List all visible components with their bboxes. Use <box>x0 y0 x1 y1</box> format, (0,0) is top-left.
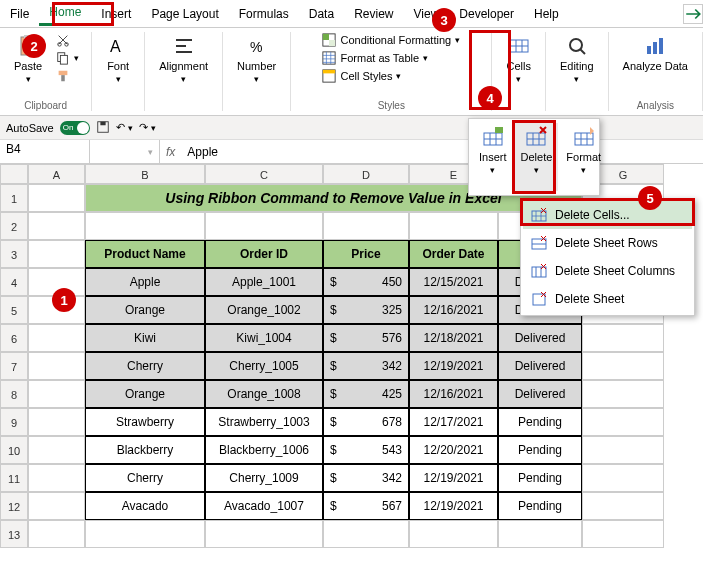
cell-styles-button[interactable]: Cell Styles ▾ <box>318 68 405 84</box>
cell-G13[interactable] <box>582 520 664 548</box>
share-button[interactable] <box>683 4 703 24</box>
tab-help[interactable]: Help <box>524 3 569 25</box>
row-header-8[interactable]: 8 <box>0 380 28 408</box>
cell-price[interactable]: 325 <box>323 296 409 324</box>
table-header[interactable]: Price <box>323 240 409 268</box>
cells-group-button[interactable]: Cells▾ <box>500 32 536 86</box>
cell-A13[interactable] <box>28 520 85 548</box>
row-header-2[interactable]: 2 <box>0 212 28 240</box>
name-box[interactable]: B4 <box>0 140 90 163</box>
cell-a6[interactable] <box>28 324 85 352</box>
cell-status[interactable]: Delivered <box>498 380 582 408</box>
delete-cells-button[interactable]: Delete▾ <box>515 123 559 191</box>
cell-product[interactable]: Avacado <box>85 492 205 520</box>
cell-status[interactable]: Pending <box>498 492 582 520</box>
cell-orderid[interactable]: Orange_1002 <box>205 296 323 324</box>
cell-C2[interactable] <box>205 212 323 240</box>
autosave-toggle[interactable]: On <box>60 121 90 135</box>
cell-E13[interactable] <box>409 520 498 548</box>
cell-status[interactable]: Pending <box>498 408 582 436</box>
cell-B2[interactable] <box>85 212 205 240</box>
cell-date[interactable]: 12/20/2021 <box>409 436 498 464</box>
cell-product[interactable]: Cherry <box>85 352 205 380</box>
redo-button[interactable]: ↷ ▾ <box>139 121 156 134</box>
tab-data[interactable]: Data <box>299 3 344 25</box>
cell-a7[interactable] <box>28 352 85 380</box>
row-header-5[interactable]: 5 <box>0 296 28 324</box>
cell-D13[interactable] <box>323 520 409 548</box>
cell-price[interactable]: 342 <box>323 352 409 380</box>
cell-a12[interactable] <box>28 492 85 520</box>
cell-g8[interactable] <box>582 380 664 408</box>
save-icon[interactable] <box>96 120 110 136</box>
editing-group-button[interactable]: Editing▾ <box>554 32 600 86</box>
cell-B13[interactable] <box>85 520 205 548</box>
format-as-table-button[interactable]: Format as Table ▾ <box>318 50 432 66</box>
tab-review[interactable]: Review <box>344 3 403 25</box>
cell-a10[interactable] <box>28 436 85 464</box>
cell-g10[interactable] <box>582 436 664 464</box>
format-painter-button[interactable] <box>52 68 83 84</box>
row-header-12[interactable]: 12 <box>0 492 28 520</box>
row-header-11[interactable]: 11 <box>0 464 28 492</box>
row-header-7[interactable]: 7 <box>0 352 28 380</box>
row-header-6[interactable]: 6 <box>0 324 28 352</box>
cell-price[interactable]: 576 <box>323 324 409 352</box>
cell-date[interactable]: 12/15/2021 <box>409 268 498 296</box>
cell-g7[interactable] <box>582 352 664 380</box>
cell-a1[interactable] <box>28 184 85 212</box>
cell-status[interactable]: Pending <box>498 464 582 492</box>
col-header-D[interactable]: D <box>323 164 409 184</box>
cell-price[interactable]: 678 <box>323 408 409 436</box>
tab-insert[interactable]: Insert <box>91 3 141 25</box>
menu-delete-columns[interactable]: Delete Sheet Columns <box>523 257 692 285</box>
cell-orderid[interactable]: Apple_1001 <box>205 268 323 296</box>
conditional-formatting-button[interactable]: Conditional Formatting ▾ <box>318 32 464 48</box>
tab-page-layout[interactable]: Page Layout <box>141 3 228 25</box>
cell-date[interactable]: 12/19/2021 <box>409 352 498 380</box>
cell-C13[interactable] <box>205 520 323 548</box>
tab-file[interactable]: File <box>0 3 39 25</box>
cell-price[interactable]: 425 <box>323 380 409 408</box>
cell-product[interactable]: Kiwi <box>85 324 205 352</box>
col-header-B[interactable]: B <box>85 164 205 184</box>
table-header[interactable]: Order Date <box>409 240 498 268</box>
cell-a9[interactable] <box>28 408 85 436</box>
select-all-corner[interactable] <box>0 164 28 184</box>
cell-E2[interactable] <box>409 212 498 240</box>
tab-home[interactable]: Home <box>39 1 91 26</box>
row-header-4[interactable]: 4 <box>0 268 28 296</box>
cell-date[interactable]: 12/17/2021 <box>409 408 498 436</box>
cell-a3[interactable] <box>28 240 85 268</box>
cell-date[interactable]: 12/16/2021 <box>409 296 498 324</box>
cell-date[interactable]: 12/16/2021 <box>409 380 498 408</box>
cell-D2[interactable] <box>323 212 409 240</box>
cell-date[interactable]: 12/18/2021 <box>409 324 498 352</box>
row-header-10[interactable]: 10 <box>0 436 28 464</box>
cell-product[interactable]: Blackberry <box>85 436 205 464</box>
analyze-data-button[interactable]: Analyze Data <box>617 32 694 74</box>
row-header-13[interactable]: 13 <box>0 520 28 548</box>
format-cells-button[interactable]: Format▾ <box>560 123 607 191</box>
cell-orderid[interactable]: Kiwi_1004 <box>205 324 323 352</box>
alignment-group-button[interactable]: Alignment▾ <box>153 32 214 86</box>
cell-status[interactable]: Pending <box>498 436 582 464</box>
font-group-button[interactable]: AFont▾ <box>100 32 136 86</box>
col-header-A[interactable]: A <box>28 164 85 184</box>
cell-status[interactable]: Delivered <box>498 324 582 352</box>
cell-a11[interactable] <box>28 464 85 492</box>
menu-delete-rows[interactable]: Delete Sheet Rows <box>523 229 692 257</box>
cell-A2[interactable] <box>28 212 85 240</box>
cell-g6[interactable] <box>582 324 664 352</box>
number-group-button[interactable]: %Number▾ <box>231 32 282 86</box>
cell-a8[interactable] <box>28 380 85 408</box>
cell-product[interactable]: Orange <box>85 296 205 324</box>
fx-icon[interactable]: fx <box>160 145 181 159</box>
row-header-9[interactable]: 9 <box>0 408 28 436</box>
table-header[interactable]: Product Name <box>85 240 205 268</box>
cell-orderid[interactable]: Blackberry_1006 <box>205 436 323 464</box>
cell-orderid[interactable]: Cherry_1005 <box>205 352 323 380</box>
copy-button[interactable]: ▾ <box>52 50 83 66</box>
cell-status[interactable]: Delivered <box>498 352 582 380</box>
cell-orderid[interactable]: Strawberry_1003 <box>205 408 323 436</box>
